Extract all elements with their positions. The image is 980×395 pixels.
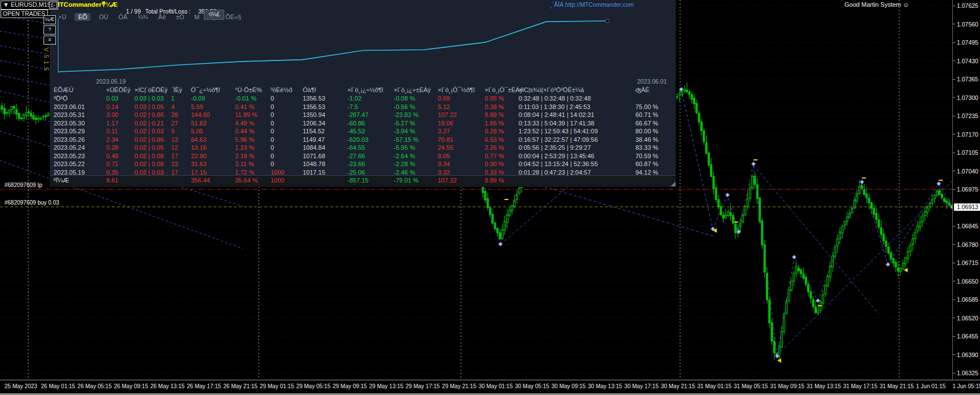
table-row: 0.44 % xyxy=(235,128,254,135)
table-row: -620.03 xyxy=(347,136,368,144)
table-header: Ó¯¿÷½ð¶î xyxy=(191,86,220,94)
time-axis-label: 1 Jun 01:15 xyxy=(916,383,946,389)
table-row: 1017.15 xyxy=(303,169,325,176)
trade-arrow-marker xyxy=(904,268,908,272)
candle-body xyxy=(20,118,22,119)
candle-body xyxy=(18,113,20,119)
candle-body xyxy=(861,185,863,188)
table-row: 1.23 % xyxy=(235,144,254,151)
candle-body xyxy=(45,116,46,117)
table-row: 1154.52 xyxy=(303,128,325,135)
price-axis-label: 1.06390 xyxy=(957,351,978,358)
price-tick xyxy=(953,354,955,355)
time-axis[interactable]: 25 May 202326 May 01:1526 May 05:1526 Ma… xyxy=(0,380,980,395)
table-row: 28 xyxy=(171,111,178,119)
price-axis-label: 1.06780 xyxy=(957,241,978,248)
price-tick xyxy=(953,171,955,171)
candle-body xyxy=(812,299,814,307)
price-axis[interactable]: 1.06913 1.076251.075601.074951.074301.07… xyxy=(952,0,980,380)
table-header: Óà¶î xyxy=(303,86,316,94)
chart-side-button[interactable]: ≡ xyxy=(43,36,56,45)
candle-body xyxy=(941,194,943,198)
table-row: 5.05 xyxy=(191,128,203,135)
candle-body xyxy=(711,164,712,176)
table-row: 2.18 % xyxy=(235,153,254,160)
symbol-mini-button[interactable]: £- xyxy=(49,2,57,8)
table-row: 60.87 % xyxy=(635,160,658,168)
price-axis-label: 1.07560 xyxy=(957,21,978,28)
table-row: 0.35 xyxy=(106,169,118,176)
table-row: 9.34 xyxy=(438,160,450,168)
price-tick xyxy=(953,153,955,153)
table-total-row: 8.89 % xyxy=(485,177,504,184)
symbol-timeframe-box[interactable]: ▼ EURUSD,M15 £- xyxy=(1,1,58,10)
candle-body xyxy=(705,142,707,153)
table-row: 0 xyxy=(271,95,274,102)
table-row: 1084.84 xyxy=(303,144,325,151)
candle-body xyxy=(1,106,3,109)
table-row: 13.16 xyxy=(191,144,207,151)
table-row: 0.77 % xyxy=(485,153,504,160)
table-row: 3.32 xyxy=(438,169,450,176)
candle-body xyxy=(40,118,42,119)
candle-body xyxy=(909,245,911,251)
candle-body xyxy=(47,114,49,116)
tp-line-label: #682097609 tp xyxy=(5,182,42,188)
time-axis-label: 30 May 01:15 xyxy=(478,383,513,389)
table-row: -0.56 % xyxy=(394,103,415,111)
candle-body xyxy=(939,190,940,195)
time-axis-label: 29 May 05:15 xyxy=(296,383,330,389)
candle-body xyxy=(35,118,37,120)
table-row: 94.12 % xyxy=(635,169,658,176)
zigzag-diamond-marker xyxy=(792,255,796,259)
buy-line-label: #682097609 buy 0.03 xyxy=(5,199,59,206)
mtcommander-panel[interactable]: MTCommanderͳ¼Æ ¸´ÅÎÀ http://MTCommander.… xyxy=(50,0,676,187)
table-row: 19.06 xyxy=(438,120,454,127)
candle-body xyxy=(14,106,15,108)
time-axis-label: 30 May 09:15 xyxy=(551,383,586,389)
table-row: 0.05 % xyxy=(485,95,504,102)
table-row: 0.28 % xyxy=(485,128,504,135)
table-row: 0.14 xyxy=(106,103,118,111)
table-row: ³Ö²Ö xyxy=(54,95,67,102)
candle-body xyxy=(496,228,498,233)
price-axis-label: 1.07170 xyxy=(957,131,978,138)
candle-body xyxy=(888,247,890,253)
candle-body xyxy=(683,89,685,92)
panel-resize-handle[interactable] xyxy=(670,181,676,186)
price-tick xyxy=(953,97,955,98)
time-axis-label: 30 May 13:15 xyxy=(588,383,622,389)
table-row: 31.63 xyxy=(191,160,207,168)
table-row: 17.15 xyxy=(191,169,207,176)
table-row: 5.59 xyxy=(191,103,203,111)
candle-body xyxy=(3,108,5,114)
table-row: 8.05 xyxy=(438,153,450,160)
candle-body xyxy=(808,284,809,292)
table-row: 0:32:48 | 0:32:48 | 0:32:48 xyxy=(519,95,591,102)
table-row: -3.94 % xyxy=(394,128,415,135)
table-row: -57.15 % xyxy=(394,136,419,144)
table-row: 0:00:04 | 2:53:29 | 13:45:46 xyxy=(519,153,594,160)
chart-side-button[interactable]: ? xyxy=(43,25,56,34)
table-row: 2023.05.29 xyxy=(54,128,85,135)
price-axis-label: 1.06455 xyxy=(957,333,978,340)
candle-body xyxy=(839,232,841,239)
candle-body xyxy=(23,115,25,118)
time-axis-label: 26 May 05:15 xyxy=(77,383,112,389)
trade-dash-marker xyxy=(753,159,757,160)
candle-body xyxy=(38,118,40,119)
table-row: 1.72 % xyxy=(235,169,254,176)
table-row: 0.03 | 0.03 xyxy=(134,95,164,102)
price-tick xyxy=(953,189,955,190)
trade-dash-marker xyxy=(818,305,822,306)
price-axis-label: 1.07495 xyxy=(957,39,978,46)
chart-side-button[interactable]: ¼Æ xyxy=(43,15,56,24)
table-row: 0.02 | 0.86 xyxy=(134,111,164,119)
candle-body xyxy=(890,253,892,259)
price-tick xyxy=(953,263,955,263)
candle-body xyxy=(502,230,503,238)
candle-body xyxy=(822,295,824,303)
candle-body xyxy=(844,222,846,225)
table-row: 144.60 xyxy=(191,111,210,119)
price-tick xyxy=(953,299,955,300)
